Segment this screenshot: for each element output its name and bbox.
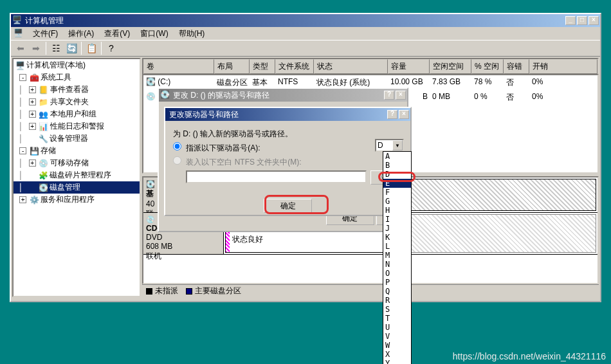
- properties-button[interactable]: 📋: [84, 41, 98, 55]
- refresh-button[interactable]: 🔄: [64, 41, 78, 55]
- drive-option-G[interactable]: G: [383, 197, 411, 206]
- maximize-button[interactable]: □: [577, 16, 587, 25]
- tree-disk-management[interactable]: │ 💽磁盘管理: [14, 181, 140, 194]
- menu-help[interactable]: 帮助(H): [175, 27, 209, 41]
- help-button[interactable]: ?: [104, 41, 118, 55]
- tree-root[interactable]: 🖥️计算机管理(本地): [14, 59, 140, 71]
- legend: 未指派 主要磁盘分区: [142, 284, 599, 297]
- disk-icon: 💽: [160, 90, 170, 100]
- combo-value: D: [376, 140, 392, 150]
- drive-option-H[interactable]: H: [383, 206, 411, 215]
- tree-event-viewer[interactable]: │ +📒事件查看器: [14, 84, 140, 96]
- drive-option-R[interactable]: R: [383, 296, 411, 305]
- tree-perf-logs[interactable]: │ +📊性能日志和警报: [14, 120, 140, 132]
- drive-letter-dropdown[interactable]: ABDEFGHIJKLMNOPQRSTUVWXYZ: [383, 151, 412, 364]
- drive-letter-combo[interactable]: D ▼: [375, 139, 404, 152]
- drive-option-S[interactable]: S: [383, 305, 411, 314]
- titlebar[interactable]: 🖥️ 计算机管理 _ □ ×: [11, 14, 600, 27]
- drive-option-O[interactable]: O: [383, 269, 411, 278]
- help-icon[interactable]: ?: [387, 110, 397, 119]
- drive-option-L[interactable]: L: [383, 242, 411, 251]
- tree-removable[interactable]: │ +💿可移动存储: [14, 157, 140, 169]
- close-button[interactable]: ×: [588, 16, 599, 25]
- minimize-button[interactable]: _: [565, 16, 576, 25]
- app-icon: 🖥️: [12, 15, 23, 26]
- inner-dialog-titlebar[interactable]: 更改驱动器号和路径 ? ×: [165, 108, 410, 121]
- drive-option-K[interactable]: K: [383, 233, 411, 242]
- window-title: 计算机管理: [25, 15, 565, 26]
- toolbar: ⬅ ➡ ☷ 🔄 📋 ?: [11, 40, 600, 57]
- radio-assign-letter[interactable]: 指派以下驱动器号(A):: [173, 142, 403, 154]
- drive-option-E[interactable]: E: [383, 179, 411, 188]
- menu-file[interactable]: 文件(F): [29, 27, 62, 41]
- drive-option-N[interactable]: N: [383, 260, 411, 269]
- back-button[interactable]: ⬅: [14, 41, 28, 55]
- drive-option-U[interactable]: U: [383, 323, 411, 332]
- close-icon[interactable]: ×: [396, 91, 406, 100]
- view-button[interactable]: ☷: [49, 41, 63, 55]
- radio-mount-input[interactable]: [173, 156, 181, 165]
- drive-option-V[interactable]: V: [383, 332, 411, 341]
- drive-option-X[interactable]: X: [383, 350, 411, 359]
- forward-button[interactable]: ➡: [29, 41, 43, 55]
- outer-dialog-titlebar[interactable]: 💽 更改 D: () 的驱动器号和路径 ? ×: [159, 89, 407, 102]
- drive-option-I[interactable]: I: [383, 215, 411, 224]
- radio-assign-input[interactable]: [173, 142, 181, 150]
- menu-action[interactable]: 操作(A): [64, 27, 98, 41]
- watermark: https://blog.csdn.net/weixin_44321116: [453, 351, 606, 361]
- mount-path-input: [186, 170, 367, 183]
- drive-option-P[interactable]: P: [383, 278, 411, 287]
- drive-option-J[interactable]: J: [383, 224, 411, 233]
- menubar: 🖥️ 文件(F) 操作(A) 查看(V) 窗口(W) 帮助(H): [11, 27, 600, 40]
- tree-local-users[interactable]: │ +👥本地用户和组: [14, 108, 140, 120]
- drive-option-T[interactable]: T: [383, 314, 411, 323]
- tree-view[interactable]: 🖥️计算机管理(本地) -🧰系统工具 │ +📒事件查看器 │ +📁共享文件夹 │…: [12, 58, 141, 297]
- volume-headers: 卷 布局 类型 文件系统 状态 容量 空闲空间 % 空闲 容错 开销: [142, 58, 599, 74]
- inner-dialog-title: 更改驱动器号和路径: [169, 109, 387, 120]
- outer-dialog-title: 更改 D: () 的驱动器号和路径: [173, 90, 384, 101]
- help-icon[interactable]: ?: [384, 91, 394, 100]
- drive-option-W[interactable]: W: [383, 341, 411, 350]
- tree-system-tools[interactable]: -🧰系统工具: [14, 71, 140, 84]
- close-icon[interactable]: ×: [399, 110, 409, 119]
- dialog-prompt: 为 D: () 输入新的驱动器号或路径。: [173, 129, 403, 140]
- change-letter-dialog: 更改驱动器号和路径 ? × 为 D: () 输入新的驱动器号或路径。 指派以下驱…: [164, 107, 412, 216]
- drive-option-B[interactable]: B: [383, 161, 411, 170]
- drive-option-D[interactable]: D: [383, 170, 411, 179]
- radio-mount-folder[interactable]: 装入以下空白 NTFS 文件夹中(M):: [173, 156, 403, 168]
- tree-services[interactable]: +⚙️服务和应用程序: [14, 194, 140, 206]
- menu-view[interactable]: 查看(V): [100, 27, 134, 41]
- menu-window[interactable]: 窗口(W): [136, 27, 172, 41]
- tree-storage[interactable]: -💾存储: [14, 145, 140, 157]
- drive-option-Q[interactable]: Q: [383, 287, 411, 296]
- tree-shared-folders[interactable]: │ +📁共享文件夹: [14, 96, 140, 108]
- drive-option-A[interactable]: A: [383, 152, 411, 161]
- tree-device-manager[interactable]: │ 🔧设备管理器: [14, 132, 140, 145]
- menu-icon: 🖥️: [14, 28, 24, 39]
- drive-option-Y[interactable]: Y: [383, 359, 411, 364]
- drive-option-M[interactable]: M: [383, 251, 411, 260]
- tree-defrag[interactable]: │ 🧩磁盘碎片整理程序: [14, 169, 140, 181]
- combo-dropdown-button[interactable]: ▼: [392, 140, 403, 150]
- ok-button[interactable]: 确定: [264, 199, 312, 213]
- drive-option-F[interactable]: F: [383, 188, 411, 197]
